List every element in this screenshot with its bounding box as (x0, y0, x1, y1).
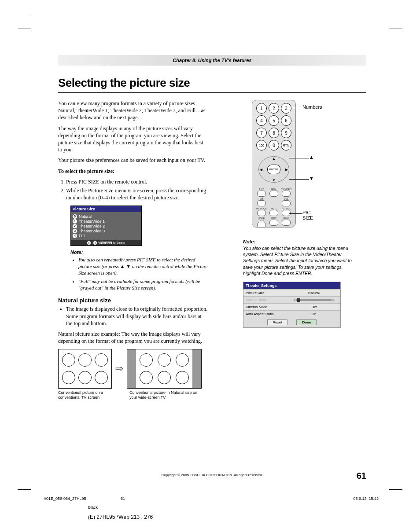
settings-row: Auto Aspect Ratio On (243, 310, 340, 317)
diagram-caption: Conventional picture on a conventional T… (58, 390, 111, 400)
remote-number-button: 6 (281, 115, 291, 126)
remote-enter-button: ENTER (267, 165, 280, 174)
print-date: 05.9.12, 15:42 (353, 496, 379, 501)
osd-footer: 0 - 4 / PIC SIZE to Select (71, 240, 141, 246)
dpad-down-icon: ▼ (272, 178, 276, 182)
chapter-header: Chapter 8: Using the TV's features (58, 55, 366, 66)
crop-mark (389, 29, 402, 29)
remote-number-button: 7 (256, 128, 267, 138)
remote-number-button: 8 (269, 128, 279, 138)
reset-button: Reset (267, 319, 288, 325)
settings-row: Cinema Mode Film (243, 303, 340, 310)
crop-mark (389, 490, 389, 503)
page-number: 61 (357, 471, 366, 481)
natural-example-text: Natural picture size example: The way th… (58, 330, 208, 345)
note-label: Note: (70, 250, 208, 255)
print-footer: #01E_056-064_27HL95 61 05.9.12, 15:42 (44, 496, 379, 501)
osd-picture-size-menu: Picture Size 0Natural 1TheaterWide 1 2Th… (70, 206, 142, 246)
howto-label: To select the picture size: (58, 168, 208, 175)
settings-row: Picture Scroll ◀ ▶ (243, 296, 340, 303)
step-item: While the Picture Size menu is on-screen… (66, 187, 208, 201)
left-column: You can view many program formats in a v… (58, 100, 208, 400)
remote-picsize-button (282, 210, 291, 216)
osd-title: Picture Size (71, 206, 141, 212)
note-label: Note: (243, 239, 357, 244)
note-right-text: You also can select the picture size usi… (243, 245, 357, 276)
callout-up-arrow: ▲ (309, 154, 314, 160)
crop-mark (18, 489, 31, 490)
intro-paragraph: The way the image displays in any of the… (58, 125, 208, 154)
remote-number-button: 2 (269, 103, 279, 114)
section-title: Selecting the picture size (58, 76, 366, 90)
remote-number-button: 3 (281, 103, 291, 114)
print-file: #01E_056-064_27HL95 (44, 496, 86, 501)
page-content: Chapter 8: Using the TV's features Selec… (58, 55, 366, 400)
osd-item: 1TheaterWide 1 (73, 219, 140, 224)
diagram-row: ⇨ (58, 349, 208, 389)
remote-number-button: 0 (269, 140, 279, 151)
diagram-caption: Conventional picture in Natural size on … (129, 390, 203, 400)
crop-mark (31, 15, 31, 29)
note-list: You also can repeatedly press PIC SIZE t… (70, 257, 208, 291)
theater-settings-menu: Theater Settings Picture Size Natural Pi… (243, 282, 341, 328)
osd-item: 3TheaterWide 3 (73, 229, 140, 233)
remote-number-button: 1 (256, 103, 267, 114)
widescreen-tv-diagram (127, 349, 202, 389)
natural-heading: Natural picture size (58, 297, 208, 304)
print-color: Black (88, 505, 98, 510)
osd-item: 4Full (73, 234, 140, 238)
remote-diagram: 1 2 3 4 5 6 7 8 9 100 0 RTN (252, 100, 309, 228)
osd-item: 2TheaterWide 2 (73, 224, 140, 228)
remote-dpad: ENTER ▲ ▼ ◀ ▶ (256, 154, 291, 185)
natural-bullet: The image is displayed close to its orig… (66, 305, 208, 327)
step-item: Press PIC SIZE on the remote control. (66, 178, 208, 185)
remote-number-button: 4 (256, 115, 267, 126)
note-item: "Full" may not be available for some pro… (78, 278, 208, 291)
arrow-right-icon: ⇨ (115, 363, 123, 374)
dpad-up-icon: ▲ (272, 157, 276, 161)
settings-row: Picture Size Natural (243, 289, 340, 296)
intro-paragraph: Your picture size preferences can be sav… (58, 157, 208, 164)
slider-icon (296, 299, 332, 301)
remote-number-button: 9 (281, 128, 291, 138)
natural-bullet-list: The image is displayed close to its orig… (58, 305, 208, 327)
crop-mark (31, 490, 31, 503)
callout-down-arrow: ▼ (309, 176, 314, 181)
remote-100-button: 100 (256, 140, 267, 151)
web-reference: (E) 27HL95 *Web 213 : 276 (88, 514, 153, 520)
callout-numbers: Numbers (302, 104, 322, 110)
settings-title: Theater Settings (243, 282, 340, 289)
remote-rtn-button: RTN (281, 140, 291, 151)
steps-list: Press PIC SIZE on the remote control. Wh… (66, 178, 208, 202)
remote-lower-buttons: EXIT FAV▼ TV/VIDEO CH VOL PIX MODE MUTE … (254, 188, 294, 228)
crop-mark (389, 489, 402, 490)
dpad-right-icon: ▶ (285, 168, 288, 172)
remote-number-button: 5 (269, 115, 279, 126)
osd-item: 0Natural (73, 214, 140, 219)
copyright-text: Copyright © 2005 TOSHIBA CORPORATION. Al… (58, 473, 366, 477)
crop-mark (389, 15, 389, 29)
print-page: 61 (121, 496, 125, 501)
crop-mark (18, 29, 31, 29)
dpad-left-icon: ◀ (260, 168, 262, 172)
conventional-tv-diagram (58, 349, 112, 389)
rule (58, 92, 366, 93)
intro-paragraph: You can view many program formats in a v… (58, 100, 208, 121)
done-button: Done (296, 319, 317, 325)
callout-picsize: PIC SIZE (302, 210, 313, 220)
settings-button-row: Reset Done (243, 317, 340, 327)
note-item: You also can repeatedly press PIC SIZE t… (78, 257, 208, 276)
right-column: 1 2 3 4 5 6 7 8 9 100 0 RTN (243, 100, 357, 400)
